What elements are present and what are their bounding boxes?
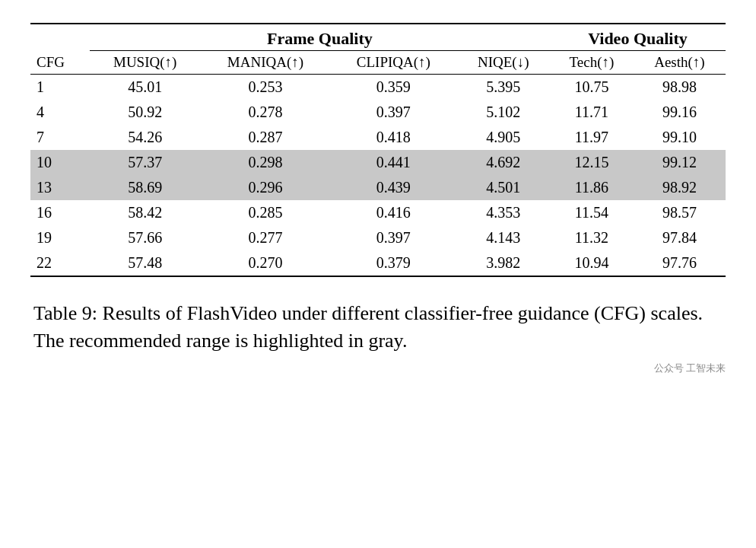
- cell-4: 4.905: [456, 125, 550, 150]
- watermark: 公众号 工智未来: [30, 362, 726, 375]
- table-row: 1658.420.2850.4164.35311.5498.57: [30, 200, 726, 225]
- cell-0: 16: [30, 200, 90, 225]
- cell-4: 5.395: [456, 75, 550, 100]
- cell-1: 50.92: [90, 100, 201, 125]
- cell-6: 98.57: [634, 200, 726, 225]
- cell-0: 10: [30, 150, 90, 175]
- table-row: 1057.370.2980.4414.69212.1599.12: [30, 150, 726, 175]
- column-headers-row: CFG MUSIQ(↑) MANIQA(↑) CLIPIQA(↑) NIQE(↓…: [30, 51, 726, 75]
- cell-0: 7: [30, 125, 90, 150]
- cell-1: 45.01: [90, 75, 201, 100]
- cell-1: 57.66: [90, 225, 201, 250]
- cell-4: 5.102: [456, 100, 550, 125]
- cell-3: 0.418: [330, 125, 456, 150]
- cell-4: 4.692: [456, 150, 550, 175]
- cell-0: 22: [30, 250, 90, 276]
- cell-6: 99.16: [634, 100, 726, 125]
- cell-2: 0.287: [201, 125, 331, 150]
- cell-0: 1: [30, 75, 90, 100]
- cell-3: 0.439: [330, 175, 456, 200]
- cell-2: 0.253: [201, 75, 331, 100]
- cell-2: 0.278: [201, 100, 331, 125]
- cell-3: 0.441: [330, 150, 456, 175]
- cell-4: 4.143: [456, 225, 550, 250]
- cell-6: 99.10: [634, 125, 726, 150]
- cell-2: 0.285: [201, 200, 331, 225]
- cell-1: 57.37: [90, 150, 201, 175]
- table-caption: Table 9: Results of FlashVideo under dif…: [30, 300, 726, 355]
- cell-3: 0.416: [330, 200, 456, 225]
- table-wrapper: Frame Quality Video Quality CFG MUSIQ(↑)…: [30, 23, 726, 277]
- cell-1: 58.42: [90, 200, 201, 225]
- cell-6: 97.84: [634, 225, 726, 250]
- col-header-aesth: Aesth(↑): [634, 51, 726, 75]
- cell-1: 58.69: [90, 175, 201, 200]
- cell-6: 97.76: [634, 250, 726, 276]
- page-container: Frame Quality Video Quality CFG MUSIQ(↑)…: [30, 23, 726, 375]
- cell-5: 10.94: [550, 250, 634, 276]
- col-header-tech: Tech(↑): [550, 51, 634, 75]
- cell-0: 19: [30, 225, 90, 250]
- col-header-cfg: CFG: [30, 51, 90, 75]
- cell-2: 0.270: [201, 250, 331, 276]
- cell-5: 11.54: [550, 200, 634, 225]
- cell-6: 98.98: [634, 75, 726, 100]
- col-header-niqe: NIQE(↓): [456, 51, 550, 75]
- cell-5: 11.32: [550, 225, 634, 250]
- video-quality-header: Video Quality: [550, 24, 726, 51]
- cell-5: 10.75: [550, 75, 634, 100]
- frame-quality-header: Frame Quality: [90, 24, 550, 51]
- cell-4: 3.982: [456, 250, 550, 276]
- cell-6: 98.92: [634, 175, 726, 200]
- cell-2: 0.298: [201, 150, 331, 175]
- cell-3: 0.397: [330, 100, 456, 125]
- table-row: 450.920.2780.3975.10211.7199.16: [30, 100, 726, 125]
- cell-6: 99.12: [634, 150, 726, 175]
- cell-3: 0.397: [330, 225, 456, 250]
- cfg-spacer: [30, 24, 90, 51]
- cell-5: 11.86: [550, 175, 634, 200]
- cell-2: 0.296: [201, 175, 331, 200]
- cell-0: 13: [30, 175, 90, 200]
- cell-4: 4.501: [456, 175, 550, 200]
- cell-1: 54.26: [90, 125, 201, 150]
- cell-5: 11.71: [550, 100, 634, 125]
- col-header-musiq: MUSIQ(↑): [90, 51, 201, 75]
- cell-0: 4: [30, 100, 90, 125]
- table-row: 2257.480.2700.3793.98210.9497.76: [30, 250, 726, 276]
- col-header-maniqa: MANIQA(↑): [201, 51, 331, 75]
- cell-5: 11.97: [550, 125, 634, 150]
- cell-2: 0.277: [201, 225, 331, 250]
- cell-1: 57.48: [90, 250, 201, 276]
- cell-5: 12.15: [550, 150, 634, 175]
- table-row: 1358.690.2960.4394.50111.8698.92: [30, 175, 726, 200]
- table-row: 145.010.2530.3595.39510.7598.98: [30, 75, 726, 100]
- cell-3: 0.359: [330, 75, 456, 100]
- table-row: 1957.660.2770.3974.14311.3297.84: [30, 225, 726, 250]
- table-row: 754.260.2870.4184.90511.9799.10: [30, 125, 726, 150]
- cell-3: 0.379: [330, 250, 456, 276]
- section-header-row: Frame Quality Video Quality: [30, 24, 726, 51]
- col-header-clipiqa: CLIPIQA(↑): [330, 51, 456, 75]
- cell-4: 4.353: [456, 200, 550, 225]
- results-table: Frame Quality Video Quality CFG MUSIQ(↑)…: [30, 23, 726, 277]
